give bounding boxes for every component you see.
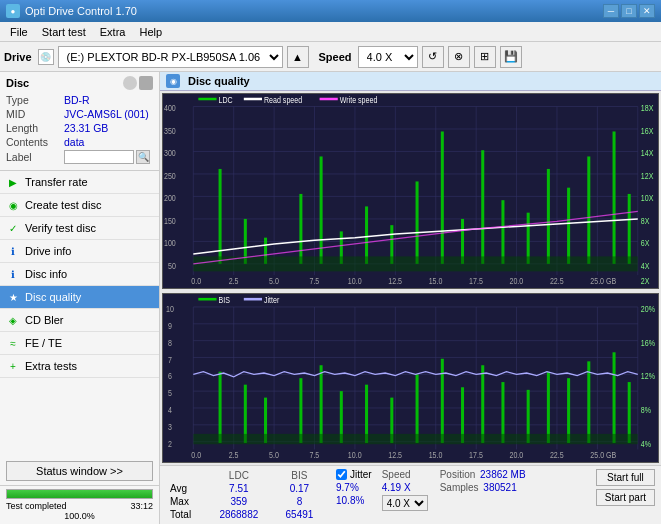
- jitter-label: Jitter: [350, 469, 372, 480]
- chart-title: Disc quality: [188, 75, 250, 87]
- disc-quality-icon: ★: [6, 290, 20, 304]
- sidebar-item-fe-te[interactable]: ≈ FE / TE: [0, 332, 159, 355]
- sidebar-item-disc-info[interactable]: ℹ Disc info: [0, 263, 159, 286]
- start-full-button[interactable]: Start full: [596, 469, 655, 486]
- copy-button[interactable]: ⊞: [474, 46, 496, 68]
- svg-text:4%: 4%: [641, 439, 651, 449]
- svg-rect-38: [613, 131, 616, 263]
- sidebar-item-cd-bler[interactable]: ◈ CD Bler: [0, 309, 159, 332]
- samples-val: 380521: [483, 482, 516, 493]
- status-window-button[interactable]: Status window >>: [6, 461, 153, 481]
- svg-text:22.5: 22.5: [550, 450, 564, 460]
- row-max-bis: 8: [273, 495, 326, 508]
- drive-info-icon: ℹ: [6, 244, 20, 258]
- disc-label-input[interactable]: [64, 150, 134, 164]
- svg-rect-24: [299, 194, 302, 264]
- col-header-ldc: LDC: [205, 469, 273, 482]
- svg-text:5.0: 5.0: [269, 276, 279, 286]
- svg-text:2: 2: [168, 439, 172, 449]
- svg-text:100: 100: [164, 239, 176, 249]
- svg-text:4X: 4X: [641, 261, 650, 271]
- jitter-avg: 9.7%: [336, 482, 372, 493]
- svg-rect-116: [193, 434, 637, 444]
- refresh-button[interactable]: ↺: [422, 46, 444, 68]
- svg-text:150: 150: [164, 216, 176, 226]
- svg-rect-113: [587, 361, 590, 443]
- svg-rect-27: [365, 206, 368, 263]
- svg-text:14X: 14X: [641, 149, 654, 159]
- toolbar: Drive 💿 (E:) PLEXTOR BD-R PX-LB950SA 1.0…: [0, 42, 661, 72]
- start-part-button[interactable]: Start part: [596, 489, 655, 506]
- contents-label: Contents: [6, 136, 64, 148]
- svg-rect-32: [481, 150, 484, 264]
- position-val: 23862 MB: [480, 469, 526, 480]
- extra-tests-label: Extra tests: [25, 360, 77, 372]
- mid-value: JVC-AMS6L (001): [64, 108, 149, 120]
- svg-rect-36: [567, 188, 570, 264]
- speed-avg-val: 4.19 X: [382, 482, 428, 493]
- menu-start-test[interactable]: Start test: [36, 24, 92, 40]
- start-buttons: Start full Start part: [596, 469, 655, 506]
- svg-rect-37: [587, 156, 590, 263]
- table-row: Avg 7.51 0.17: [166, 482, 326, 495]
- disc-title: Disc: [6, 77, 29, 89]
- sidebar-item-create-test-disc[interactable]: ◉ Create test disc: [0, 194, 159, 217]
- jitter-checkbox[interactable]: [336, 469, 347, 480]
- svg-text:20.0: 20.0: [510, 276, 524, 286]
- svg-rect-34: [527, 213, 530, 264]
- col-header-empty: [166, 469, 205, 482]
- sidebar-item-verify-test-disc[interactable]: ✓ Verify test disc: [0, 217, 159, 240]
- bottom-chart-svg: 10 9 8 7 6 5 4 3 2 20% 16% 12% 8% 4%: [163, 294, 658, 462]
- menu-help[interactable]: Help: [133, 24, 168, 40]
- svg-text:16%: 16%: [641, 338, 655, 348]
- svg-text:Read speed: Read speed: [264, 95, 302, 105]
- svg-rect-73: [320, 98, 338, 100]
- svg-text:7.5: 7.5: [309, 450, 319, 460]
- verify-test-disc-label: Verify test disc: [25, 222, 96, 234]
- chart-header: ◉ Disc quality: [160, 72, 661, 91]
- svg-rect-29: [416, 181, 419, 263]
- disc-label-button[interactable]: 🔍: [136, 150, 150, 164]
- svg-text:3: 3: [168, 422, 172, 432]
- svg-text:200: 200: [164, 194, 176, 204]
- drive-select[interactable]: (E:) PLEXTOR BD-R PX-LB950SA 1.06: [58, 46, 283, 68]
- speed-select[interactable]: 4.0 X: [382, 495, 428, 511]
- menu-extra[interactable]: Extra: [94, 24, 132, 40]
- maximize-button[interactable]: □: [621, 4, 637, 18]
- svg-text:Write speed: Write speed: [340, 95, 378, 105]
- drive-label: Drive: [4, 51, 32, 63]
- save-button[interactable]: 💾: [500, 46, 522, 68]
- svg-text:4: 4: [168, 405, 172, 415]
- speed-select[interactable]: 4.0 X: [358, 46, 418, 68]
- svg-text:5: 5: [168, 388, 172, 398]
- app-title: Opti Drive Control 1.70: [25, 5, 137, 17]
- top-chart: 400 350 300 250 200 150 100 50 18X 16X 1…: [162, 93, 659, 289]
- create-test-disc-icon: ◉: [6, 198, 20, 212]
- erase-button[interactable]: ⊗: [448, 46, 470, 68]
- svg-text:25.0 GB: 25.0 GB: [590, 450, 616, 460]
- length-label: Length: [6, 122, 64, 134]
- disc-info-label: Disc info: [25, 268, 67, 280]
- svg-text:17.5: 17.5: [469, 450, 483, 460]
- sidebar-item-disc-quality[interactable]: ★ Disc quality: [0, 286, 159, 309]
- speed-header: Speed: [382, 469, 411, 480]
- nav-items: ▶ Transfer rate ◉ Create test disc ✓ Ver…: [0, 171, 159, 457]
- app-icon: ●: [6, 4, 20, 18]
- svg-rect-97: [219, 371, 222, 442]
- svg-text:350: 350: [164, 126, 176, 136]
- close-button[interactable]: ✕: [639, 4, 655, 18]
- sidebar-item-extra-tests[interactable]: + Extra tests: [0, 355, 159, 378]
- menu-file[interactable]: File: [4, 24, 34, 40]
- disc-info-icon: ℹ: [6, 267, 20, 281]
- contents-value: data: [64, 136, 84, 148]
- svg-text:15.0: 15.0: [429, 450, 443, 460]
- sidebar-item-transfer-rate[interactable]: ▶ Transfer rate: [0, 171, 159, 194]
- minimize-button[interactable]: ─: [603, 4, 619, 18]
- sidebar-item-drive-info[interactable]: ℹ Drive info: [0, 240, 159, 263]
- svg-text:10.0: 10.0: [348, 276, 362, 286]
- samples-label: Samples: [440, 482, 479, 493]
- eject-button[interactable]: ▲: [287, 46, 309, 68]
- svg-rect-114: [613, 352, 616, 443]
- speed-info: Speed 4.19 X 4.0 X: [382, 469, 428, 511]
- svg-text:10X: 10X: [641, 194, 654, 204]
